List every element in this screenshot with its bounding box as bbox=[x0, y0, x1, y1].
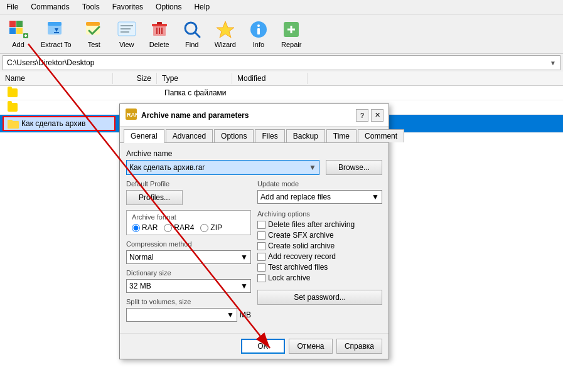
extract-icon bbox=[46, 19, 66, 40]
view-label: View bbox=[119, 41, 134, 48]
archive-name-dropdown[interactable]: ▼ bbox=[306, 163, 319, 172]
menu-favorites[interactable]: Favorites bbox=[109, 1, 147, 13]
help-button[interactable]: Справка bbox=[336, 339, 382, 354]
profile-updatemode-row: Default Profile Profiles... Update mode … bbox=[126, 180, 382, 205]
dialog-help-btn[interactable]: ? bbox=[356, 109, 368, 122]
menu-file[interactable]: File bbox=[3, 1, 22, 13]
update-mode-col: Update mode Add and replace files ▼ bbox=[257, 180, 382, 205]
tab-backup[interactable]: Backup bbox=[286, 129, 325, 142]
browse-button[interactable]: Browse... bbox=[326, 160, 382, 175]
radio-rar4[interactable]: RAR4 bbox=[164, 223, 194, 232]
cancel-button[interactable]: Отмена bbox=[289, 339, 333, 354]
option-recovery-label: Add recovery record bbox=[268, 252, 336, 261]
compression-arrow: ▼ bbox=[240, 253, 248, 262]
toolbar-info-button[interactable]: Info bbox=[243, 17, 274, 51]
radio-zip[interactable]: ZIP bbox=[200, 223, 222, 232]
compression-select[interactable]: Normal ▼ bbox=[126, 250, 251, 264]
tab-files[interactable]: Files bbox=[255, 129, 284, 142]
svg-point-27 bbox=[257, 24, 260, 27]
option-test-archived[interactable]: Test archived files bbox=[257, 263, 382, 272]
rar-label: RAR bbox=[142, 223, 158, 232]
archive-format-group: Archive format RAR RAR4 ZIP bbox=[126, 210, 251, 235]
radio-row: RAR RAR4 ZIP bbox=[132, 223, 245, 232]
svg-rect-19 bbox=[157, 22, 162, 24]
checkbox-sfx bbox=[257, 231, 265, 240]
split-select[interactable]: ▼ bbox=[126, 308, 237, 322]
default-profile-col: Default Profile Profiles... bbox=[126, 180, 251, 205]
wizard-icon bbox=[215, 19, 235, 40]
col-header-size[interactable]: Size bbox=[113, 73, 157, 84]
toolbar-wizard-button[interactable]: Wizard bbox=[209, 17, 242, 51]
archive-format-radio: Archive format RAR RAR4 ZIP bbox=[126, 210, 251, 235]
dictionary-select[interactable]: 32 MB ▼ bbox=[126, 279, 251, 293]
dialog-close-btn[interactable]: ✕ bbox=[371, 109, 383, 122]
toolbar-find-button[interactable]: Find bbox=[176, 17, 208, 51]
address-dropdown-arrow[interactable]: ▼ bbox=[550, 60, 556, 66]
tab-options[interactable]: Options bbox=[214, 129, 254, 142]
archiving-options-label: Archiving options bbox=[257, 210, 382, 218]
toolbar-delete-button[interactable]: Delete bbox=[144, 17, 175, 51]
update-mode-select[interactable]: Add and replace files ▼ bbox=[257, 190, 382, 204]
toolbar-test-button[interactable]: Test bbox=[78, 17, 110, 51]
compression-label: Compression method bbox=[126, 240, 251, 248]
split-row: ▼ MB bbox=[126, 308, 251, 322]
tab-advanced[interactable]: Advanced bbox=[166, 129, 213, 142]
left-options-col: Archive format RAR RAR4 ZIP bbox=[126, 210, 251, 327]
svg-line-24 bbox=[195, 33, 200, 37]
repair-icon bbox=[281, 19, 301, 40]
menu-help[interactable]: Help bbox=[190, 1, 213, 13]
toolbar-view-button[interactable]: View bbox=[111, 17, 142, 51]
update-mode-value: Add and replace files bbox=[260, 193, 331, 201]
checkbox-recovery bbox=[257, 253, 265, 261]
tab-general[interactable]: General bbox=[124, 129, 164, 143]
svg-rect-33 bbox=[8, 120, 13, 122]
toolbar-repair-button[interactable]: Repair bbox=[276, 17, 307, 51]
menu-tools[interactable]: Tools bbox=[78, 1, 104, 13]
file-type-cell: Папка с файлами bbox=[159, 87, 235, 98]
address-bar: C:\Users\Direktor\Desktop ▼ bbox=[3, 55, 560, 70]
dictionary-label: Dictionary size bbox=[126, 269, 251, 277]
radio-rar[interactable]: RAR bbox=[132, 223, 158, 232]
option-solid-archive[interactable]: Create solid archive bbox=[257, 241, 382, 250]
compression-method-group: Compression method Normal ▼ bbox=[126, 240, 251, 264]
col-header-modified[interactable]: Modified bbox=[232, 73, 308, 84]
profiles-button[interactable]: Profiles... bbox=[126, 190, 183, 205]
table-row[interactable]: Папка с файлами bbox=[0, 86, 563, 100]
address-path: C:\Users\Direktor\Desktop bbox=[7, 58, 550, 67]
dialog-footer: OK Отмена Справка bbox=[120, 333, 389, 359]
rar4-label: RAR4 bbox=[174, 223, 194, 232]
selected-file-name: Как сделать архив bbox=[21, 119, 85, 128]
col-header-name[interactable]: Name bbox=[0, 73, 113, 84]
archive-name-input[interactable] bbox=[127, 161, 306, 174]
wizard-label: Wizard bbox=[215, 41, 236, 48]
option-solid-label: Create solid archive bbox=[268, 241, 335, 250]
menu-commands[interactable]: Commands bbox=[27, 1, 73, 13]
option-create-sfx[interactable]: Create SFX archive bbox=[257, 231, 382, 240]
svg-rect-0 bbox=[9, 21, 16, 27]
option-recovery-record[interactable]: Add recovery record bbox=[257, 252, 382, 261]
col-header-type[interactable]: Type bbox=[157, 73, 232, 84]
add-label: Add bbox=[12, 41, 24, 48]
svg-rect-3 bbox=[16, 28, 23, 34]
tab-time[interactable]: Time bbox=[326, 129, 357, 142]
set-password-button[interactable]: Set password... bbox=[257, 290, 382, 305]
file-size-cell bbox=[115, 92, 159, 94]
dialog-rar-icon: RAR bbox=[125, 108, 137, 122]
split-unit: MB bbox=[240, 310, 251, 319]
set-password-row: Set password... bbox=[257, 290, 382, 305]
menu-options[interactable]: Options bbox=[152, 1, 185, 13]
test-label: Test bbox=[88, 41, 100, 48]
delete-label: Delete bbox=[149, 41, 169, 48]
zip-label: ZIP bbox=[210, 223, 222, 232]
toolbar-extract-button[interactable]: Extract To bbox=[35, 17, 77, 51]
update-mode-arrow: ▼ bbox=[372, 193, 379, 201]
option-delete-files[interactable]: Delete files after archiving bbox=[257, 220, 382, 229]
tab-comment[interactable]: Comment bbox=[358, 129, 404, 142]
option-delete-label: Delete files after archiving bbox=[268, 220, 355, 229]
option-lock-archive[interactable]: Lock archive bbox=[257, 273, 382, 282]
update-mode-label: Update mode bbox=[257, 180, 382, 188]
ok-button[interactable]: OK bbox=[241, 339, 285, 354]
toolbar-add-button[interactable]: Add bbox=[3, 17, 34, 51]
folder-icon bbox=[8, 103, 18, 112]
svg-rect-12 bbox=[86, 22, 100, 26]
